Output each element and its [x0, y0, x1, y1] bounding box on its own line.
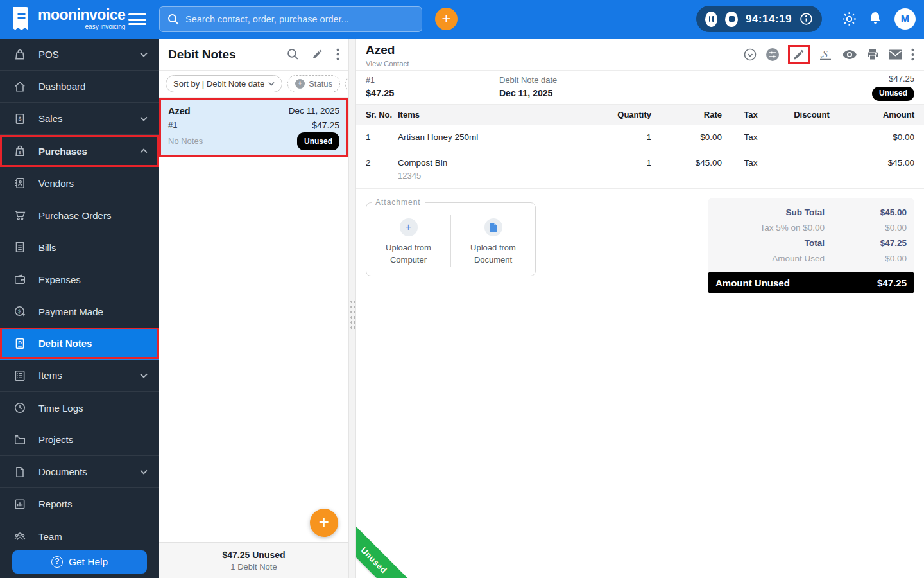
- sidebar-item-reports[interactable]: Reports: [0, 488, 159, 520]
- signature-icon[interactable]: Sx: [818, 48, 834, 62]
- list-more-options-icon[interactable]: [336, 48, 339, 60]
- sidebar-item-items[interactable]: Items: [0, 360, 159, 392]
- svg-text:x: x: [821, 55, 823, 59]
- row-item-name: Compost Bin12345: [398, 158, 587, 180]
- sidebar-item-pos[interactable]: POS: [0, 39, 159, 71]
- sidebar-item-expenses[interactable]: Expenses: [0, 263, 159, 295]
- brand-tagline: easy invoicing: [38, 24, 125, 30]
- pos-icon: [13, 48, 27, 62]
- more-options-icon[interactable]: [911, 48, 914, 61]
- svg-text:$: $: [19, 116, 22, 122]
- dashboard-home-icon: [13, 80, 27, 94]
- payment-made-icon: $: [13, 304, 27, 319]
- purchases-bag-icon: $: [13, 144, 27, 158]
- sidebar-item-dashboard[interactable]: Dashboard: [0, 71, 159, 103]
- svg-text:S: S: [823, 49, 828, 59]
- footer-note-count: 1 Debit Note: [230, 562, 277, 572]
- sidebar-item-bills[interactable]: Bills: [0, 231, 159, 263]
- row-sr: 1: [366, 132, 398, 142]
- timer-value: 94:14:19: [746, 13, 792, 26]
- brand-name: mooninvoice: [38, 8, 125, 22]
- status-filter-pill[interactable]: + Status: [287, 75, 340, 92]
- global-search: [159, 6, 422, 32]
- user-avatar[interactable]: M: [894, 8, 916, 30]
- sidebar-item-projects[interactable]: Projects: [0, 424, 159, 456]
- tax-row: Tax 5% on $0.00$0.00: [708, 220, 914, 235]
- debit-note-date-value: Dec 11, 2025: [499, 87, 557, 100]
- cart-icon: [13, 208, 27, 222]
- subtotal-row: Sub Total$45.00: [708, 204, 914, 220]
- list-panel-title: Debit Notes: [168, 48, 236, 62]
- chevron-down-icon: [140, 373, 148, 378]
- print-icon[interactable]: [866, 48, 880, 62]
- amount-unused-row: Amount Unused$47.25: [708, 272, 914, 293]
- row-quantity: 1: [587, 158, 651, 168]
- total-row: Total$47.25: [708, 235, 914, 250]
- upload-from-document-button[interactable]: Upload from Document: [451, 215, 535, 267]
- sidebar-item-debit-notes[interactable]: D Debit Notes: [0, 328, 159, 360]
- detail-bottom-section: Attachment + Upload from Computer Upload…: [356, 189, 924, 293]
- brand-logo[interactable]: mooninvoice easy invoicing: [9, 6, 125, 31]
- sidebar-item-purchases[interactable]: $ Purchases: [0, 135, 159, 167]
- sidebar-item-sales[interactable]: $ Sales: [0, 103, 159, 135]
- bar-chart-icon: [13, 497, 27, 511]
- sales-icon: $: [13, 112, 27, 126]
- get-help-button[interactable]: ? Get Help: [12, 550, 147, 574]
- stop-timer-icon[interactable]: [725, 12, 737, 27]
- sort-by-dropdown[interactable]: Sort by | Debit Note date: [166, 75, 282, 92]
- hamburger-menu-icon[interactable]: [128, 12, 146, 27]
- add-debit-note-button[interactable]: +: [310, 509, 338, 537]
- debit-note-list-item[interactable]: Azed Dec 11, 2025 #1 $47.25 No Notes Unu…: [159, 98, 348, 157]
- settings-gear-icon[interactable]: [841, 10, 858, 28]
- footer-total-unused: $47.25 Unused: [222, 550, 285, 560]
- debit-note-detail-panel: Azed View Contact Sx #1 $47.25: [356, 39, 924, 578]
- row-amount: $0.00: [844, 132, 914, 142]
- amount-used-row: Amount Used$0.00: [708, 250, 914, 266]
- svg-text:$: $: [18, 308, 21, 315]
- search-input[interactable]: [185, 14, 414, 24]
- panel-resize-divider: [348, 39, 356, 578]
- clock-icon: [13, 401, 27, 415]
- sidebar-item-purchase-orders[interactable]: Purchase Orders: [0, 199, 159, 231]
- get-help-bar: ? Get Help: [0, 545, 159, 578]
- list-panel-header: Debit Notes: [159, 39, 348, 71]
- upload-from-computer-button[interactable]: + Upload from Computer: [366, 215, 451, 267]
- table-row[interactable]: 1 Artisan Honey 250ml 1 $0.00 Tax $0.00: [356, 125, 924, 150]
- sidebar-item-payment-made[interactable]: $ Payment Made: [0, 295, 159, 328]
- upload-plus-icon: +: [400, 218, 418, 236]
- bills-doc-icon: [13, 240, 27, 254]
- mooninvoice-logo-icon: [9, 6, 32, 31]
- preferences-sliders-icon[interactable]: [766, 48, 780, 62]
- view-contact-link[interactable]: View Contact: [366, 60, 409, 67]
- sidebar-item-time-logs[interactable]: Time Logs: [0, 392, 159, 424]
- vendors-book-icon: [13, 176, 27, 190]
- resize-drag-handle[interactable]: [350, 299, 355, 330]
- detail-contact-name: Azed: [366, 43, 409, 57]
- quick-add-button[interactable]: +: [435, 8, 458, 30]
- folder-icon: [13, 433, 27, 447]
- detail-right-amount: $47.25: [889, 74, 914, 85]
- timer-info-icon[interactable]: [800, 12, 813, 26]
- email-icon[interactable]: [888, 49, 903, 60]
- sidebar-nav: POS Dashboard $ Sales $ Purchases Vendor…: [0, 39, 159, 578]
- note-amount: $47.25: [312, 118, 339, 132]
- notifications-bell-icon[interactable]: [868, 10, 883, 26]
- upload-document-icon: [484, 218, 502, 236]
- table-row[interactable]: 2 Compost Bin12345 1 $45.00 Tax $45.00: [356, 150, 924, 189]
- debit-notes-icon: D: [13, 337, 27, 351]
- sidebar-item-vendors[interactable]: Vendors: [0, 167, 159, 199]
- sidebar-item-documents[interactable]: Documents: [0, 456, 159, 488]
- status-dropdown-icon[interactable]: [743, 48, 757, 62]
- items-list-icon: [13, 369, 27, 383]
- list-search-icon[interactable]: [287, 48, 299, 60]
- edit-debit-note-pencil-icon[interactable]: [792, 48, 805, 61]
- list-edit-pencil-icon[interactable]: [312, 48, 323, 60]
- debit-notes-list-panel: Debit Notes Sort by | Debit Note date + …: [159, 39, 348, 578]
- top-header-bar: mooninvoice easy invoicing + 94:14:19: [0, 0, 924, 39]
- chevron-down-icon: [140, 52, 148, 57]
- ribbon-container: Unused: [356, 520, 459, 578]
- pause-timer-icon[interactable]: [705, 12, 717, 27]
- preview-eye-icon[interactable]: [842, 49, 857, 60]
- chevron-up-icon: [140, 148, 148, 153]
- row-tax: Tax: [722, 158, 780, 168]
